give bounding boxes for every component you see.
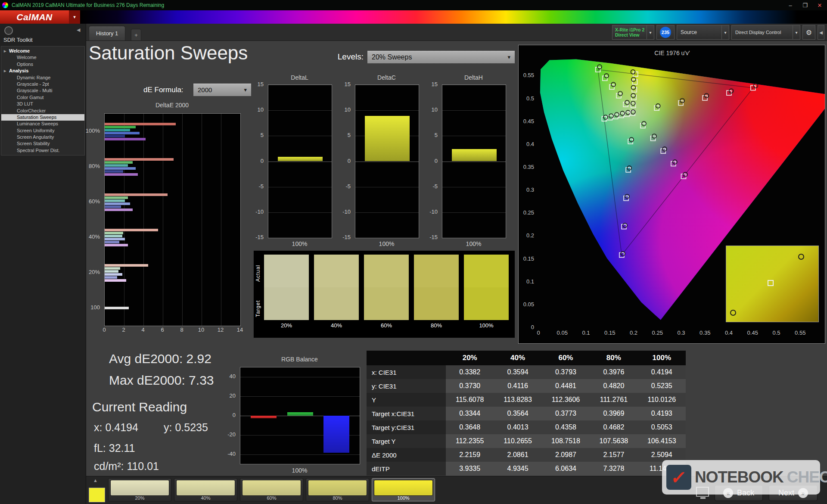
row-label: Target y:CIE31	[367, 420, 446, 434]
bar	[105, 138, 146, 140]
de-formula-dropdown[interactable]: 2000 ▾	[193, 83, 252, 96]
reading-x: x: 0.4194	[94, 421, 138, 434]
table-cell: 0.3969	[590, 407, 637, 420]
table-cell: 112.2355	[446, 434, 494, 448]
sidebar-item-screen-uniformity[interactable]: Screen Uniformity	[1, 128, 84, 134]
table-cell: 0.3793	[542, 365, 590, 379]
workflow-button[interactable]	[4, 26, 13, 35]
bar	[105, 132, 140, 134]
filmstrip-expand-icon[interactable]: ▲	[93, 478, 98, 483]
y-tick-label: -15	[337, 234, 352, 241]
bar	[105, 126, 136, 128]
bar	[105, 273, 122, 276]
sidebar-item-spectral-power-dist-[interactable]: Spectral Power Dist.	[1, 147, 84, 154]
sidebar-item-luminance-sweeps[interactable]: Luminance Sweeps	[1, 121, 84, 127]
tree-item-label: Screen Uniformity	[17, 128, 54, 133]
y-tick-label: -40	[219, 451, 237, 457]
cie-title: CIE 1976 u'v'	[519, 50, 825, 56]
bar	[105, 238, 125, 240]
table-cell: 4.9345	[494, 462, 541, 476]
swatch-label: 40%	[314, 322, 359, 329]
bar	[105, 205, 121, 208]
table-cell: 2.0861	[494, 448, 541, 462]
sidebar-collapse-icon[interactable]: ◀	[77, 27, 80, 33]
tree-item-label: Grayscale - Multi	[17, 88, 53, 93]
bar	[323, 416, 349, 453]
filmstrip-thumb-20[interactable]: 20%	[108, 478, 171, 501]
actual-swatch	[264, 255, 309, 287]
y-tick-label: 40	[219, 373, 237, 380]
deltaE-ylabels: 100%80%60%40%20%100	[77, 113, 102, 325]
logo-menu-arrow-icon[interactable]: ▾	[69, 10, 80, 24]
calman-logo[interactable]: CalMAN	[0, 10, 69, 24]
sidebar-item-analysis[interactable]: ▶Analysis	[1, 68, 84, 74]
minimize-icon[interactable]: –	[783, 0, 798, 10]
bar	[251, 416, 277, 418]
sidebar-item-welcome[interactable]: Welcome	[1, 54, 84, 61]
gridline	[355, 238, 419, 238]
maximize-icon[interactable]: ❐	[798, 0, 812, 10]
sidebar-item-options[interactable]: Options	[1, 61, 84, 68]
table-cell: 0.3564	[494, 407, 541, 420]
table-header-cell: 60%	[542, 351, 590, 365]
display-control-selector[interactable]: Direct Display Control ▾	[731, 25, 800, 40]
title-bar: CalMAN 2019 CalMAN Ultimate for Business…	[0, 0, 827, 10]
chevron-down-icon[interactable]: ▾	[793, 25, 800, 39]
chevron-down-icon[interactable]: ▾	[721, 25, 729, 39]
row-label: Target Y	[367, 434, 446, 448]
panel-collapse-icon[interactable]: ◀	[818, 25, 824, 40]
add-tab-button[interactable]: +	[131, 29, 141, 40]
sidebar-item-colorchecker[interactable]: ColorChecker	[1, 108, 84, 114]
x-tick-label: 0.45	[744, 330, 761, 336]
close-icon[interactable]: ✕	[812, 0, 827, 10]
sidebar-item-3d-lut[interactable]: 3D LUT	[1, 101, 84, 107]
actual-row-label: Actual	[255, 257, 261, 289]
filmstrip-thumb-80[interactable]: 80%	[306, 478, 369, 501]
tree-item-label: Color Gamut	[17, 95, 44, 100]
filmstrip-thumb-100[interactable]: 100%	[372, 478, 435, 501]
deltaL-title: DeltaL	[268, 74, 331, 81]
y-tick-label: 0.2	[519, 232, 536, 239]
display-control-label: Direct Display Control	[735, 30, 781, 35]
rgb-balance-title: RGB Balance	[240, 356, 359, 363]
table-header-cell: 100%	[638, 351, 686, 365]
y-tick-label: 0.05	[519, 301, 536, 308]
gridline	[268, 162, 332, 162]
tab-history-1[interactable]: History 1	[89, 26, 125, 40]
filmstrip-thumb-40[interactable]: 40%	[174, 478, 237, 501]
deltaL-plot	[268, 84, 332, 238]
chevron-down-icon[interactable]: ▾	[647, 25, 654, 39]
sidebar-item-welcome[interactable]: ▶Welcome	[1, 48, 84, 54]
table-cell: 0.5235	[638, 379, 686, 393]
source-selector[interactable]: Source ▾	[677, 25, 729, 40]
sidebar-item-screen-stability[interactable]: Screen Stability	[1, 140, 84, 147]
sidebar-item-color-gamut[interactable]: Color Gamut	[1, 94, 84, 101]
spectrum-banner	[80, 10, 827, 24]
gridline	[268, 136, 332, 136]
bar	[105, 123, 176, 125]
sidebar-item-grayscale-2pt[interactable]: Grayscale - 2pt	[1, 81, 84, 87]
meter-selector[interactable]: X-Rite i1Pro 2 Direct View ▾	[612, 25, 654, 40]
tree-item-label: ColorChecker	[17, 108, 46, 113]
bar	[105, 232, 123, 234]
bar	[278, 157, 323, 162]
thumb-label: 80%	[306, 495, 369, 501]
sidebar-tree: ▶WelcomeWelcomeOptions▶AnalysisDynamic R…	[1, 46, 85, 156]
gear-icon[interactable]: ⚙	[802, 25, 815, 40]
inset-target-point	[768, 280, 774, 286]
y-tick-label: 5	[424, 132, 439, 139]
filmstrip-thumb-60[interactable]: 60%	[240, 478, 303, 501]
sidebar-item-saturation-sweeps[interactable]: Saturation Sweeps	[1, 114, 84, 121]
y-tick-label: -5	[424, 183, 439, 190]
table-cell: 7.3278	[590, 462, 637, 476]
sidebar-item-grayscale-multi[interactable]: Grayscale - Multi	[1, 87, 84, 94]
levels-dropdown[interactable]: 20% Sweeps ▾	[367, 50, 515, 64]
sidebar-item-dynamic-range[interactable]: Dynamic Range	[1, 75, 84, 81]
sidebar-item-screen-angularity[interactable]: Screen Angularity	[1, 134, 84, 140]
swatch-label: 100%	[464, 322, 509, 329]
x-tick-label: 0.3	[673, 330, 690, 336]
x-tick-label: 10	[195, 327, 208, 333]
profile-badge[interactable]: 235	[656, 25, 675, 40]
thumb-label: 60%	[240, 495, 303, 501]
y-tick-label: -5	[250, 183, 265, 190]
